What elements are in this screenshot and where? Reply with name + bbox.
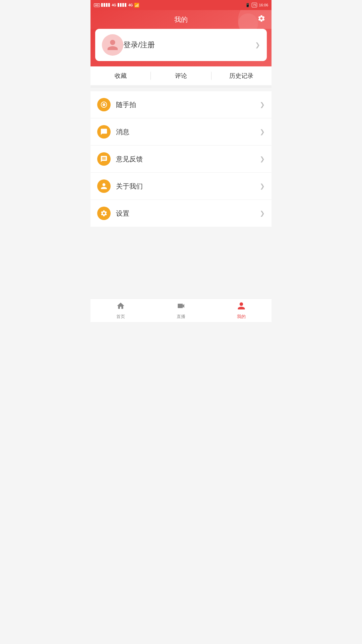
settings-chevron-icon: ❯: [260, 210, 265, 217]
about-icon-wrapper: [97, 179, 111, 193]
header-decoration-2: [238, 13, 258, 29]
message-icon-wrapper: [97, 125, 111, 139]
settings-icon-wrapper: [97, 207, 111, 220]
bottom-nav: 首页 直播 我的: [90, 299, 272, 322]
wifi-icon: 📶: [134, 3, 139, 8]
feedback-menu-item[interactable]: 意见反馈 ❯: [90, 146, 272, 173]
profile-chevron-icon: ❯: [255, 41, 260, 49]
nav-mine[interactable]: 我的: [211, 302, 272, 320]
nav-home[interactable]: 首页: [90, 302, 151, 320]
settings-gear-icon: [100, 210, 108, 217]
nav-mine-label: 我的: [237, 314, 246, 320]
page-title: 我的: [174, 15, 188, 24]
gear-icon: [257, 14, 265, 22]
about-label: 关于我们: [116, 182, 254, 191]
about-menu-item[interactable]: 关于我们 ❯: [90, 173, 272, 200]
header-decoration-1: [238, 10, 272, 29]
user-icon: [100, 182, 108, 190]
nav-live-label: 直播: [177, 314, 185, 320]
nav-home-label: 首页: [116, 314, 125, 320]
nav-live[interactable]: 直播: [151, 302, 211, 320]
time-display: 16:06: [259, 3, 268, 7]
feedback-chevron-icon: ❯: [260, 155, 265, 163]
feedback-icon-wrapper: [97, 152, 111, 166]
network-type2: 4G: [128, 3, 133, 7]
message-label: 消息: [116, 127, 254, 137]
camera-label: 随手拍: [116, 100, 254, 109]
message-chevron-icon: ❯: [260, 128, 265, 136]
profile-card[interactable]: 登录/注册 ❯: [95, 29, 267, 61]
login-register-text: 登录/注册: [123, 40, 155, 50]
stats-row: 收藏 评论 历史记录: [90, 66, 272, 88]
mine-icon: [237, 302, 246, 312]
network-type: 4G: [112, 3, 116, 7]
history-tab[interactable]: 历史记录: [212, 72, 272, 80]
status-bar: HD ▋▋▋▋ 4G ▋▋▋▋ 4G 📶 📱 75 16:06: [90, 0, 272, 10]
signal-label: ▋▋▋▋: [101, 3, 111, 7]
signal2-label: ▋▋▋▋: [118, 3, 127, 7]
camera-icon-wrapper: [97, 98, 111, 111]
settings-label: 设置: [116, 209, 254, 218]
comments-tab[interactable]: 评论: [151, 72, 211, 80]
status-left: HD ▋▋▋▋ 4G ▋▋▋▋ 4G 📶: [94, 3, 139, 8]
avatar: [102, 34, 123, 56]
settings-button[interactable]: [257, 14, 265, 24]
message-menu-item[interactable]: 消息 ❯: [90, 118, 272, 146]
message-icon: [100, 128, 108, 136]
home-icon: [116, 302, 125, 312]
battery-display: 75: [252, 3, 257, 7]
camera-chevron-icon: ❯: [260, 101, 265, 108]
menu-list: 随手拍 ❯ 消息 ❯ 意见反馈 ❯ 关于我们 ❯: [90, 91, 272, 227]
sim-icon: 📱: [245, 3, 250, 7]
network-label: HD: [94, 3, 100, 7]
live-icon: [177, 302, 185, 312]
favorites-tab[interactable]: 收藏: [90, 72, 150, 80]
target-icon: [100, 101, 108, 108]
about-chevron-icon: ❯: [260, 182, 265, 190]
camera-menu-item[interactable]: 随手拍 ❯: [90, 91, 272, 118]
avatar-icon: [106, 39, 119, 51]
settings-menu-item[interactable]: 设置 ❯: [90, 200, 272, 227]
status-right: 📱 75 16:06: [245, 3, 268, 7]
feedback-icon: [100, 155, 108, 163]
feedback-label: 意见反馈: [116, 155, 254, 164]
profile-section: 登录/注册 ❯: [90, 29, 272, 66]
page-header: 我的: [90, 10, 272, 29]
